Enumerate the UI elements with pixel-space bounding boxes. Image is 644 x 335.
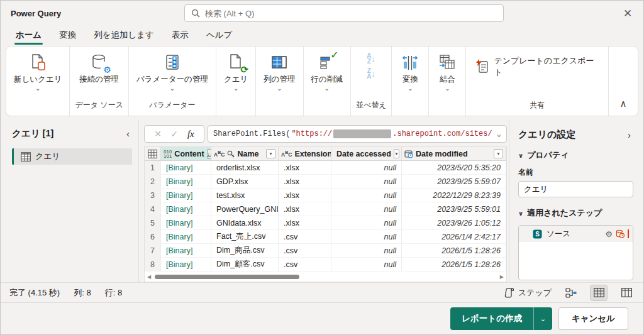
table-row[interactable]: 6 [Binary] Fact_売上.csv .csv null 2026/1/…	[145, 230, 506, 244]
create-report-button[interactable]: レポートの作成 ⌄	[450, 307, 552, 330]
cell-date-modified[interactable]: 2023/9/25 5:59:07	[402, 175, 506, 189]
cell-content[interactable]: [Binary]	[161, 258, 211, 272]
cell-date-modified[interactable]: 2022/12/29 8:23:39	[402, 189, 506, 202]
collapse-pane-icon[interactable]: ›	[625, 129, 633, 140]
combine-button[interactable]: 結合 ⌄	[433, 50, 462, 92]
cell-name[interactable]: GNIdata.xlsx	[211, 216, 279, 230]
column-header-date-accessed[interactable]: Date accessed ▼	[331, 147, 402, 161]
query-name-input[interactable]	[518, 181, 633, 197]
cell-date-modified[interactable]: 2023/9/26 1:05:12	[402, 216, 506, 230]
cell-date-modified[interactable]: 2023/5/20 5:35:20	[402, 161, 506, 175]
transform-button[interactable]: 変換 ⌄	[396, 50, 425, 92]
new-query-button[interactable]: 新しいクエリ ⌄	[10, 50, 65, 92]
cell-extension[interactable]: .xlsx	[279, 216, 331, 230]
select-all-cell[interactable]	[145, 147, 161, 161]
cell-extension[interactable]: .xlsx	[279, 202, 331, 216]
cell-name[interactable]: GDP.xlsx	[211, 175, 279, 189]
cell-content[interactable]: [Binary]	[161, 244, 211, 258]
cell-name[interactable]: PowerQuery_GNI.xlsx	[211, 202, 279, 216]
cell-name[interactable]: Dim_商品.csv	[211, 244, 279, 258]
cell-content[interactable]: [Binary]	[161, 202, 211, 216]
tab-view[interactable]: 表示	[164, 26, 196, 46]
cell-extension[interactable]: .xlsx	[279, 189, 331, 202]
cell-content[interactable]: [Binary]	[161, 189, 211, 202]
scrollbar-track[interactable]	[153, 275, 497, 279]
search-input[interactable]	[205, 9, 497, 18]
cell-date-accessed[interactable]: null	[331, 175, 402, 189]
table-row[interactable]: 5 [Binary] GNIdata.xlsx .xlsx null 2023/…	[145, 216, 506, 230]
formula-input[interactable]: SharePoint.Files("https://.sharepoint.co…	[208, 125, 507, 143]
cell-date-accessed[interactable]: null	[331, 161, 402, 175]
column-header-date-modified[interactable]: Date modified ▼	[402, 147, 506, 161]
table-row[interactable]: 3 [Binary] test.xlsx .xlsx null 2022/12/…	[145, 189, 506, 202]
cancel-button[interactable]: キャンセル	[558, 307, 628, 330]
cell-extension[interactable]: .xlsx	[279, 161, 331, 175]
query-button[interactable]: ⟳ クエリ ⌄	[220, 50, 252, 92]
sort-descending-button[interactable]: ZA↓	[367, 68, 375, 79]
reduce-rows-button[interactable]: ✓ 行の削減 ⌄	[308, 50, 347, 92]
cancel-formula-icon[interactable]: ✕	[154, 129, 162, 139]
cell-name[interactable]: Fact_売上.csv	[211, 230, 279, 244]
column-header-extension[interactable]: ABC Extension ▼	[279, 147, 331, 161]
cell-date-modified[interactable]: 2026/1/4 2:42:17	[402, 230, 506, 244]
cell-content[interactable]: [Binary]	[161, 161, 211, 175]
column-header-name[interactable]: ABC Name ▼	[211, 147, 279, 161]
manage-columns-button[interactable]: 列の管理 ⌄	[260, 50, 299, 92]
create-report-label[interactable]: レポートの作成	[450, 307, 533, 330]
export-template-button[interactable]: テンプレートのエクスポート	[470, 50, 604, 78]
filter-dropdown-icon[interactable]: ▼	[494, 149, 503, 158]
cell-date-accessed[interactable]: null	[331, 189, 402, 202]
global-search[interactable]	[184, 4, 504, 22]
table-row[interactable]: 2 [Binary] GDP.xlsx .xlsx null 2023/9/25…	[145, 175, 506, 189]
cell-name[interactable]: Dim_顧客.csv	[211, 258, 279, 272]
cell-name[interactable]: test.xlsx	[211, 189, 279, 202]
tab-help[interactable]: ヘルプ	[199, 26, 240, 46]
cell-extension[interactable]: .csv	[279, 244, 331, 258]
applied-steps-section-header[interactable]: ∨ 適用されたステップ	[518, 207, 633, 219]
cell-name[interactable]: orderlist.xlsx	[211, 161, 279, 175]
collapse-pane-icon[interactable]: ‹	[124, 128, 132, 139]
create-report-split-chevron-icon[interactable]: ⌄	[533, 307, 552, 330]
filter-dropdown-icon[interactable]: ▼	[266, 149, 275, 158]
table-row[interactable]: 4 [Binary] PowerQuery_GNI.xlsx .xlsx nul…	[145, 202, 506, 216]
cell-content[interactable]: [Binary]	[161, 175, 211, 189]
tab-home[interactable]: ホーム	[8, 26, 49, 46]
query-list-item[interactable]: クエリ	[12, 148, 132, 165]
schema-view-button[interactable]	[618, 285, 635, 300]
table-row[interactable]: 7 [Binary] Dim_商品.csv .csv null 2026/1/5…	[145, 244, 506, 258]
steps-flyout-button[interactable]: ステップ	[504, 287, 552, 299]
data-view-button[interactable]	[591, 285, 607, 300]
horizontal-scrollbar[interactable]: ◀ ▶	[147, 273, 504, 280]
cell-date-modified[interactable]: 2026/1/5 1:28:26	[402, 258, 506, 272]
collapse-ribbon-icon[interactable]: ∧	[614, 96, 633, 114]
diagram-view-button[interactable]	[563, 285, 579, 300]
cell-extension[interactable]: .xlsx	[279, 175, 331, 189]
commit-formula-icon[interactable]: ✓	[171, 129, 179, 139]
close-icon[interactable]: ✕	[621, 7, 635, 21]
table-row[interactable]: 1 [Binary] orderlist.xlsx .xlsx null 202…	[145, 161, 506, 175]
cell-extension[interactable]: .csv	[279, 230, 331, 244]
tab-transform[interactable]: 変換	[52, 26, 84, 46]
cell-content[interactable]: [Binary]	[161, 216, 211, 230]
combine-files-button[interactable]: ↓↓	[207, 149, 211, 159]
scroll-left-icon[interactable]: ◀	[147, 274, 151, 280]
cell-date-modified[interactable]: 2026/1/5 1:28:26	[402, 244, 506, 258]
expand-formula-icon[interactable]: ⌄	[497, 129, 501, 139]
cell-date-accessed[interactable]: null	[331, 216, 402, 230]
cell-date-accessed[interactable]: null	[331, 230, 402, 244]
scroll-right-icon[interactable]: ▶	[500, 274, 504, 280]
tab-add-column[interactable]: 列を追加します	[86, 26, 162, 46]
step-settings-gear-icon[interactable]: ⚙	[605, 229, 613, 239]
column-header-content[interactable]: 010101 Content ↓↓	[161, 147, 211, 161]
cell-date-modified[interactable]: 2023/9/25 5:59:01	[402, 202, 506, 216]
cell-extension[interactable]: .csv	[279, 258, 331, 272]
manage-parameters-button[interactable]: パラメーターの管理 ⌄	[133, 50, 212, 92]
table-row[interactable]: 8 [Binary] Dim_顧客.csv .csv null 2026/1/5…	[145, 258, 506, 272]
cell-content[interactable]: [Binary]	[161, 230, 211, 244]
fx-icon[interactable]: fx	[187, 129, 194, 140]
cell-date-accessed[interactable]: null	[331, 258, 402, 272]
manage-connections-button[interactable]: ⚙ 接続の管理	[75, 50, 123, 92]
sort-ascending-button[interactable]: AZ↓	[367, 53, 375, 64]
cell-date-accessed[interactable]: null	[331, 202, 402, 216]
properties-section-header[interactable]: ∨ プロパティ	[518, 150, 633, 161]
